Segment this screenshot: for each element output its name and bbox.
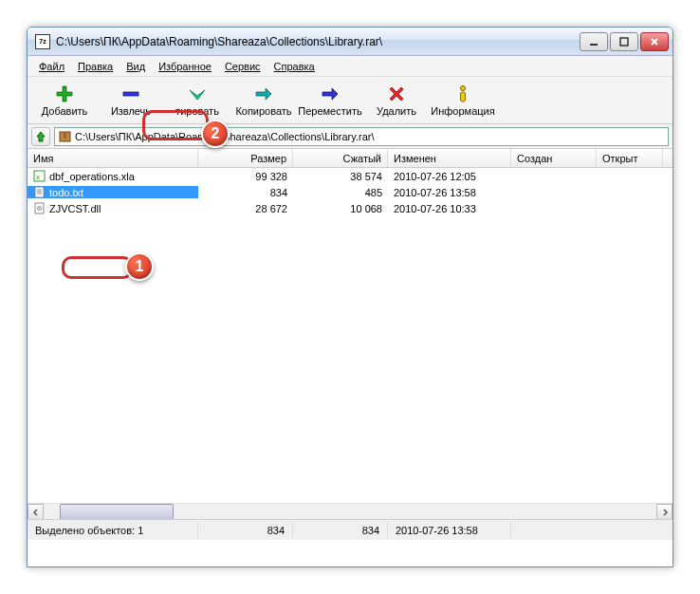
menu-favorites[interactable]: Избранное bbox=[153, 59, 217, 74]
chevron-left-icon bbox=[32, 509, 40, 516]
add-button[interactable]: Добавить bbox=[31, 79, 98, 122]
col-name[interactable]: Имя bbox=[28, 149, 198, 167]
svg-point-17 bbox=[39, 208, 40, 209]
add-label: Добавить bbox=[42, 105, 88, 117]
status-packed: 834 bbox=[293, 523, 388, 538]
file-size: 99 328 bbox=[198, 171, 293, 182]
test-label: тировать bbox=[175, 105, 219, 117]
check-icon bbox=[188, 84, 207, 103]
minimize-button[interactable] bbox=[580, 32, 608, 51]
file-modified: 2010-07-26 12:05 bbox=[388, 171, 511, 182]
archive-icon bbox=[59, 130, 71, 142]
app-window: 7z C:\Users\ПК\AppData\Roaming\Shareaza\… bbox=[27, 27, 673, 567]
dll-file-icon bbox=[33, 202, 46, 214]
col-created[interactable]: Создан bbox=[511, 149, 597, 167]
svg-rect-1 bbox=[620, 38, 628, 46]
col-opened[interactable]: Открыт bbox=[597, 149, 663, 167]
svg-rect-8 bbox=[64, 132, 66, 139]
menu-edit[interactable]: Правка bbox=[72, 59, 119, 74]
chevron-right-icon bbox=[661, 509, 669, 516]
address-text: C:\Users\ПК\AppData\Roaming\Shareaza\Col… bbox=[75, 131, 375, 142]
arrow-right-blue-icon bbox=[321, 84, 340, 103]
info-button[interactable]: Информация bbox=[430, 79, 496, 122]
status-selected: Выделено объектов: 1 bbox=[28, 523, 198, 538]
menu-view[interactable]: Вид bbox=[120, 59, 151, 74]
scroll-thumb[interactable] bbox=[60, 504, 174, 519]
col-packed[interactable]: Сжатый bbox=[293, 149, 388, 167]
move-label: Переместить bbox=[298, 105, 361, 117]
menubar: Файл Правка Вид Избранное Сервис Справка bbox=[28, 56, 672, 77]
file-packed: 485 bbox=[293, 187, 388, 198]
horizontal-scrollbar[interactable] bbox=[28, 503, 672, 519]
extract-label: Извлечь bbox=[111, 105, 151, 117]
copy-label: Копировать bbox=[235, 105, 291, 117]
toolbar: Добавить Извлечь тировать Копировать Пер… bbox=[28, 77, 672, 124]
svg-rect-6 bbox=[461, 92, 466, 102]
list-item[interactable]: xdbf_operations.xla 99 328 38 574 2010-0… bbox=[28, 168, 672, 184]
app-icon: 7z bbox=[35, 34, 50, 49]
window-buttons bbox=[580, 32, 669, 51]
maximize-button[interactable] bbox=[610, 32, 638, 51]
up-arrow-icon bbox=[34, 130, 47, 143]
status-size: 834 bbox=[198, 523, 293, 538]
delete-button[interactable]: Удалить bbox=[363, 79, 430, 122]
svg-point-5 bbox=[461, 85, 466, 90]
plus-icon bbox=[55, 84, 74, 103]
copy-button[interactable]: Копировать bbox=[230, 79, 297, 122]
info-label: Информация bbox=[431, 105, 494, 117]
statusbar: Выделено объектов: 1 834 834 2010-07-26 … bbox=[28, 519, 672, 540]
move-button[interactable]: Переместить bbox=[297, 79, 363, 122]
extract-button[interactable]: Извлечь bbox=[98, 79, 164, 122]
scroll-right-button[interactable] bbox=[656, 504, 672, 519]
list-item[interactable]: todo.txt 834 485 2010-07-26 13:58 bbox=[28, 184, 672, 200]
arrow-right-teal-icon bbox=[254, 84, 273, 103]
test-button[interactable]: тировать bbox=[164, 79, 230, 122]
window-title: C:\Users\ПК\AppData\Roaming\Shareaza\Col… bbox=[56, 35, 580, 48]
col-size[interactable]: Размер bbox=[198, 149, 293, 167]
file-list[interactable]: xdbf_operations.xla 99 328 38 574 2010-0… bbox=[28, 168, 672, 519]
address-input[interactable]: C:\Users\ПК\AppData\Roaming\Shareaza\Col… bbox=[54, 127, 669, 146]
info-icon bbox=[453, 84, 472, 103]
up-button[interactable] bbox=[31, 127, 50, 146]
file-packed: 38 574 bbox=[293, 171, 388, 182]
close-button[interactable] bbox=[640, 32, 669, 51]
list-item[interactable]: ZJVCST.dll 28 672 10 068 2010-07-26 10:3… bbox=[28, 200, 672, 216]
file-modified: 2010-07-26 10:33 bbox=[388, 203, 511, 214]
scroll-left-button[interactable] bbox=[28, 504, 44, 519]
excel-file-icon: x bbox=[33, 170, 46, 182]
file-name: todo.txt bbox=[49, 187, 83, 198]
svg-rect-4 bbox=[123, 92, 138, 96]
menu-tools[interactable]: Сервис bbox=[219, 59, 267, 74]
file-name: ZJVCST.dll bbox=[49, 203, 101, 214]
delete-label: Удалить bbox=[377, 105, 416, 117]
svg-text:x: x bbox=[36, 173, 40, 181]
file-name: dbf_operations.xla bbox=[49, 171, 135, 182]
file-size: 834 bbox=[198, 187, 293, 198]
col-modified[interactable]: Изменен bbox=[388, 149, 511, 167]
minus-icon bbox=[121, 84, 140, 103]
text-file-icon bbox=[33, 186, 46, 198]
titlebar[interactable]: 7z C:\Users\ПК\AppData\Roaming\Shareaza\… bbox=[28, 28, 672, 56]
addressbar: C:\Users\ПК\AppData\Roaming\Shareaza\Col… bbox=[28, 124, 672, 149]
menu-file[interactable]: Файл bbox=[33, 59, 70, 74]
file-size: 28 672 bbox=[198, 203, 293, 214]
x-icon bbox=[387, 84, 406, 103]
menu-help[interactable]: Справка bbox=[268, 59, 321, 74]
list-header: Имя Размер Сжатый Изменен Создан Открыт bbox=[28, 149, 672, 168]
file-packed: 10 068 bbox=[293, 203, 388, 214]
file-modified: 2010-07-26 13:58 bbox=[388, 187, 511, 198]
status-modified: 2010-07-26 13:58 bbox=[388, 523, 511, 538]
